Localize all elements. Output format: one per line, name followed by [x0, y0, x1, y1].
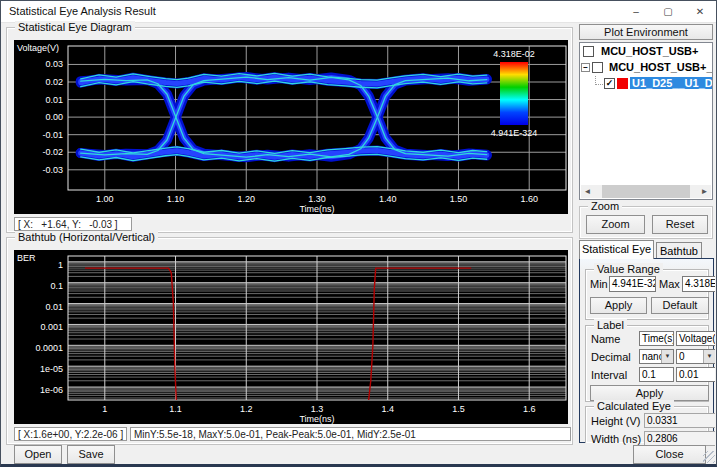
- eye-diagram-plot[interactable]: 0.030.020.010.00-0.01-0.02-0.031.001.101…: [14, 40, 568, 214]
- svg-text:1.20: 1.20: [237, 194, 255, 204]
- close-window-button[interactable]: ✕: [684, 1, 716, 22]
- default-label: Default: [663, 298, 698, 313]
- eye-width-label: Width (ns): [591, 433, 641, 445]
- svg-text:1.5: 1.5: [452, 404, 465, 414]
- scrollbar-thumb[interactable]: [602, 185, 690, 198]
- svg-text:BER: BER: [17, 253, 36, 263]
- chevron-down-icon[interactable]: ▼: [661, 350, 673, 363]
- interval-time-input[interactable]: 0.1: [639, 367, 674, 382]
- bathtub-stats: MinY:5.5e-18, MaxY:5.0e-01, Peak-Peak:5.…: [130, 427, 571, 441]
- max-label: Max: [659, 278, 680, 290]
- svg-text:-0.01: -0.01: [42, 130, 63, 140]
- bathtub-plot[interactable]: 10.10.010.0010.00011e-051e-0611.11.21.31…: [14, 250, 568, 424]
- tree-item-label[interactable]: MCU_HOST_USB+: [601, 45, 699, 57]
- svg-text:1.2: 1.2: [240, 404, 253, 414]
- label-group-title: Label: [594, 319, 627, 331]
- name-time-input[interactable]: Time(s): [639, 331, 674, 346]
- checkbox-unchecked-icon[interactable]: [592, 62, 603, 73]
- decimal-voltage-combo[interactable]: 0 ▼: [676, 349, 715, 364]
- svg-text:1e-05: 1e-05: [40, 364, 63, 374]
- tree-item-signal-selected[interactable]: ✓ U1_D25__U1_D24: [580, 75, 712, 91]
- tree-horizontal-scrollbar[interactable]: ◄ ►: [581, 185, 711, 198]
- zoom-button[interactable]: Zoom: [586, 215, 645, 234]
- plot-environment-button[interactable]: Plot Environment: [579, 24, 713, 40]
- minimize-button[interactable]: –: [620, 1, 652, 22]
- svg-text:0.001: 0.001: [40, 322, 63, 332]
- tab-label: Statistical Eye: [582, 243, 651, 255]
- collapse-expander-icon[interactable]: −: [581, 63, 590, 72]
- value-range-default-button[interactable]: Default: [651, 297, 709, 314]
- eye-height-label: Height (V): [591, 415, 641, 427]
- title-bar: Statistical Eye Analysis Result – ▢ ✕: [1, 1, 716, 23]
- interval-voltage-input[interactable]: 0.01: [676, 367, 715, 382]
- decimal-label: Decimal: [591, 351, 631, 363]
- signal-tree[interactable]: MCU_HOST_USB+ − MCU_HOST_USB+__MCU_HO ✓ …: [579, 42, 713, 200]
- checkbox-unchecked-icon[interactable]: [583, 46, 594, 57]
- eye-cursor-status: [ X: +1.64, Y: -0.03 ]: [14, 217, 132, 231]
- svg-text:Time(ns): Time(ns): [299, 414, 334, 424]
- tab-bathtub[interactable]: Bathtub: [656, 242, 702, 259]
- statistical-eye-diagram-group: Statistical Eye Diagram 0.030.020.010.00…: [6, 27, 573, 233]
- label-group: Label Name Time(s) Voltage(V) Decimal na…: [585, 325, 709, 402]
- window-title: Statistical Eye Analysis Result: [9, 5, 156, 17]
- resize-grip[interactable]: [703, 451, 715, 463]
- name-label: Name: [591, 333, 620, 345]
- statistical-eye-diagram-title: Statistical Eye Diagram: [15, 21, 135, 33]
- open-label: Open: [25, 446, 52, 463]
- tab-label: Bathtub: [660, 245, 698, 257]
- tree-item-root[interactable]: MCU_HOST_USB+: [580, 43, 712, 59]
- tree-item-label[interactable]: U1_D25__U1_D24: [630, 77, 713, 89]
- min-value-input[interactable]: 4.941E-324: [609, 276, 656, 292]
- reset-button-label: Reset: [666, 216, 695, 233]
- tab-statistical-eye[interactable]: Statistical Eye: [579, 240, 654, 259]
- bathtub-title: Bathtub (Horizontal/Vertical): [15, 231, 158, 243]
- decimal-time-combo[interactable]: nano ▼: [639, 349, 674, 364]
- interval-label: Interval: [591, 369, 627, 381]
- svg-text:1.6: 1.6: [523, 404, 536, 414]
- statistical-eye-analysis-window: Statistical Eye Analysis Result – ▢ ✕ St…: [0, 0, 717, 467]
- svg-text:1: 1: [102, 404, 107, 414]
- tree-item-net[interactable]: − MCU_HOST_USB+__MCU_HO: [580, 59, 712, 75]
- svg-text:1.00: 1.00: [96, 194, 114, 204]
- chevron-down-icon[interactable]: ▼: [703, 350, 715, 363]
- scrollbar-track: [594, 185, 698, 198]
- eye-height-value: 0.0331: [644, 413, 715, 428]
- reset-button[interactable]: Reset: [652, 215, 708, 234]
- svg-text:0.01: 0.01: [45, 95, 63, 105]
- calculated-eye-group: Calculated Eye Height (V) 0.0331 Width (…: [585, 406, 709, 443]
- svg-text:Voltage(V): Voltage(V): [17, 43, 59, 53]
- svg-text:0.1: 0.1: [50, 281, 63, 291]
- svg-text:4.941E-324: 4.941E-324: [491, 128, 538, 138]
- apply-label: Apply: [605, 298, 633, 313]
- bathtub-group: Bathtub (Horizontal/Vertical) 10.10.010.…: [6, 237, 573, 445]
- name-voltage-input[interactable]: Voltage(V): [676, 331, 715, 346]
- svg-text:1.3: 1.3: [311, 404, 324, 414]
- max-value-input[interactable]: 4.318E-02: [682, 276, 715, 292]
- tree-connector-line: [595, 76, 603, 85]
- zoom-group: Zoom Zoom Reset: [579, 206, 713, 239]
- tree-item-label[interactable]: MCU_HOST_USB+__MCU_HO: [609, 61, 713, 73]
- scroll-left-icon[interactable]: ◄: [581, 185, 594, 198]
- value-range-apply-button[interactable]: Apply: [590, 297, 647, 314]
- calculated-eye-title: Calculated Eye: [594, 400, 674, 412]
- checkbox-checked-icon[interactable]: ✓: [604, 78, 615, 89]
- svg-text:-0.03: -0.03: [42, 165, 63, 175]
- close-label: Close: [655, 446, 683, 463]
- zoom-group-title: Zoom: [588, 200, 622, 212]
- svg-text:0.03: 0.03: [45, 59, 63, 69]
- svg-text:0.02: 0.02: [45, 77, 63, 87]
- plot-environment-label: Plot Environment: [604, 25, 688, 39]
- svg-text:0.01: 0.01: [45, 302, 63, 312]
- save-button[interactable]: Save: [67, 445, 115, 464]
- svg-text:-0.02: -0.02: [42, 147, 63, 157]
- svg-text:4.318E-02: 4.318E-02: [493, 49, 535, 59]
- open-button[interactable]: Open: [14, 445, 62, 464]
- label-apply-button[interactable]: Apply: [590, 385, 709, 401]
- bathtub-cursor-status: [ X:1.6e+00, Y:2.2e-06 ]: [14, 427, 127, 441]
- value-range-group: Value Range Min 4.941E-324 Max 4.318E-02…: [585, 269, 709, 320]
- close-button[interactable]: Close: [633, 445, 706, 464]
- scroll-right-icon[interactable]: ►: [698, 185, 711, 198]
- svg-text:Time(ns): Time(ns): [299, 204, 334, 214]
- maximize-button[interactable]: ▢: [652, 1, 684, 22]
- svg-text:1.1: 1.1: [169, 404, 182, 414]
